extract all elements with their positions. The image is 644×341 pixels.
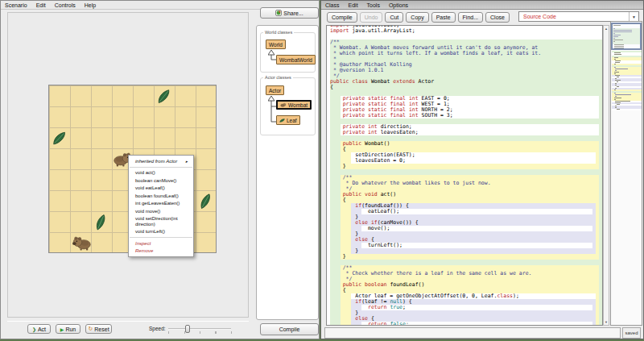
speed-slider-thumb[interactable] <box>185 325 190 333</box>
class-box-wombat[interactable]: Wombat <box>276 100 312 110</box>
context-menu-methods: void act()boolean canMove()void eatLeaf(… <box>129 169 193 236</box>
code-line: } <box>330 248 602 254</box>
context-menu-method-item[interactable]: int getLeavesEaten() <box>129 200 193 208</box>
menu-edit[interactable]: Edit <box>35 2 47 8</box>
actor-classes-label: Actor classes <box>263 75 293 80</box>
context-menu-method-item[interactable]: void setDirection(int direction) <box>129 215 193 228</box>
editor-menu-tools[interactable]: Tools <box>366 2 381 8</box>
code-line: * Check whether there is a leaf in the s… <box>330 271 602 277</box>
actor-context-menu: inherited from Actor ▸ void act()boolean… <box>128 155 194 257</box>
context-menu-separator <box>130 167 192 168</box>
leaf-actor[interactable] <box>50 131 69 149</box>
context-menu-method-item[interactable]: void turnLeft() <box>129 228 193 236</box>
context-menu-inspect-item[interactable]: Inspect <box>129 239 193 247</box>
wombat-actor[interactable] <box>72 235 91 254</box>
code-line <box>330 34 602 40</box>
leaf-actor[interactable] <box>91 213 113 234</box>
scroll-up-icon[interactable]: ▲ <box>604 27 609 31</box>
compile-button[interactable]: Compile <box>260 323 319 335</box>
context-menu-separator <box>130 237 192 238</box>
context-menu-method-item[interactable]: boolean canMove() <box>129 177 193 185</box>
code-line: private int leavesEaten; <box>330 130 602 135</box>
view-selector-value: Source Code <box>519 14 629 19</box>
menu-help[interactable]: Help <box>84 2 97 8</box>
code-line: { <box>330 85 602 90</box>
leaf-class-icon <box>279 119 285 123</box>
context-menu-method-item[interactable]: void act() <box>129 169 193 177</box>
editor-window: ClassEditToolsOptions CompileUndoCutCopy… <box>320 0 644 339</box>
code-editor[interactable]: import java.util.List;import java.util.A… <box>326 25 603 326</box>
copy-button[interactable]: Copy <box>406 12 428 23</box>
leaf-actor[interactable] <box>196 192 217 213</box>
editor-menu-class[interactable]: Class <box>324 2 341 8</box>
greenfoot-window: ScenarioEditControlsHelp <box>0 0 320 339</box>
code-line: public class Wombat extends Actor <box>330 79 602 85</box>
context-menu-method-item[interactable]: boolean foundLeaf() <box>129 192 193 200</box>
context-menu-inherited-item[interactable]: inherited from Actor ▸ <box>129 157 193 165</box>
code-line: return true; <box>330 305 602 310</box>
code-line: public boolean foundLeaf() <box>330 282 602 288</box>
code-minimap[interactable] <box>610 21 642 326</box>
code-line: * @version 1.0.1 <box>330 68 602 73</box>
speed-slider-track <box>168 328 231 330</box>
class-box-actor[interactable]: Actor <box>266 85 284 95</box>
class-world-label: World <box>269 42 283 48</box>
editor-menu-options[interactable]: Options <box>388 2 409 8</box>
code-line: public Wombat() <box>330 141 602 147</box>
class-wombatworld-label: WombatWorld <box>279 57 312 63</box>
paste-button[interactable]: Paste <box>431 12 456 23</box>
compile-button[interactable]: Compile <box>327 12 357 23</box>
share-button[interactable]: Share... <box>260 7 319 19</box>
code-line: eatLeaf(); <box>330 209 602 214</box>
run-button[interactable]: ▶ Run <box>56 324 80 334</box>
undo-button: Undo <box>360 12 383 23</box>
code-line: } <box>330 164 602 169</box>
inherited-from-actor-label: inherited from Actor <box>135 159 177 164</box>
editor-statusbar: saved <box>321 326 643 340</box>
class-box-wombatworld[interactable]: WombatWorld <box>276 55 316 64</box>
code-line: } <box>330 254 602 260</box>
leaf-actor[interactable] <box>155 88 175 107</box>
minimap-row <box>612 109 642 110</box>
cut-button[interactable]: Cut <box>385 12 403 23</box>
class-box-leaf[interactable]: Leaf <box>276 115 300 125</box>
find-button[interactable]: Find... <box>458 12 483 23</box>
class-actor-label: Actor <box>269 88 281 94</box>
editor-menubar: ClassEditToolsOptions <box>321 1 643 10</box>
class-diagram-panel: World classes World WombatWorld Actor cl… <box>256 25 319 320</box>
wombat-class-icon <box>280 102 287 107</box>
code-line: private static final int SOUTH = 3; <box>330 113 602 119</box>
share-button-label: Share... <box>283 10 303 16</box>
menu-controls[interactable]: Controls <box>54 2 76 8</box>
submenu-arrow-icon: ▸ <box>185 159 188 164</box>
run-button-label: Run <box>65 326 76 332</box>
actor-classes-group: Actor classes Actor Wombat <box>260 77 316 135</box>
scroll-down-icon[interactable]: ▼ <box>604 320 609 324</box>
speed-slider[interactable] <box>168 324 231 334</box>
menu-scenario[interactable]: Scenario <box>4 2 28 8</box>
world-classes-label: World classes <box>263 30 294 35</box>
act-button-label: Act <box>38 326 46 332</box>
code-line: return false; <box>330 322 602 326</box>
code-line: * Do whatever the wombat likes to to jus… <box>330 181 602 186</box>
code-line: import java.util.ArrayList; <box>330 28 602 34</box>
speed-label: Speed: <box>149 326 166 331</box>
editor-menu-edit[interactable]: Edit <box>348 2 359 8</box>
controls-separator <box>7 321 249 322</box>
reset-icon: ↻ <box>88 326 93 332</box>
close-button[interactable]: Close <box>485 12 510 23</box>
code-line <box>330 169 602 175</box>
code-scrollbar[interactable]: ▲ ▼ <box>603 25 609 326</box>
class-box-world[interactable]: World <box>266 40 286 49</box>
reset-button[interactable]: ↻ Reset <box>85 324 112 334</box>
context-menu-method-item[interactable]: void move() <box>129 207 193 215</box>
minimap-viewport[interactable] <box>611 23 642 50</box>
chevron-down-icon: ▼ <box>629 12 638 21</box>
act-button[interactable]: ❯ Act <box>27 324 51 334</box>
context-menu-method-item[interactable]: void eatLeaf() <box>129 185 193 193</box>
run-icon: ▶ <box>60 326 64 332</box>
class-leaf-label: Leaf <box>287 118 297 123</box>
class-wombat-label: Wombat <box>288 102 308 108</box>
context-menu-remove-item[interactable]: Remove <box>129 247 193 256</box>
world-classes-group: World classes World WombatWorld <box>260 32 316 73</box>
